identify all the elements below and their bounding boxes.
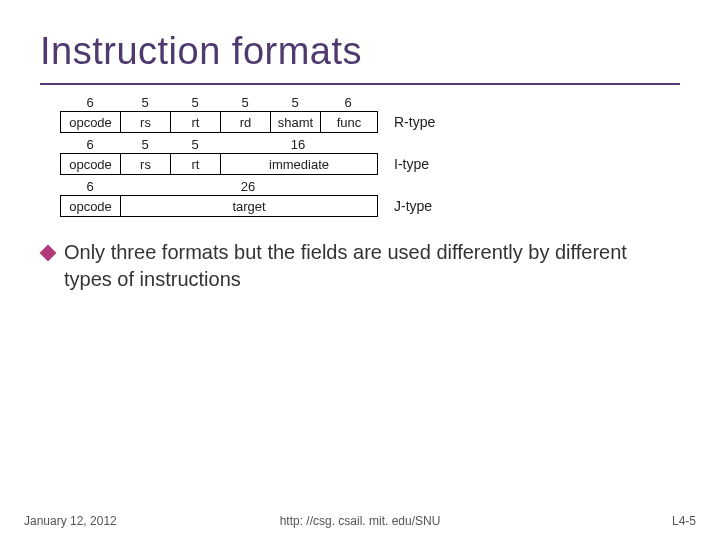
field-target: target xyxy=(121,196,377,216)
field-rt: rt xyxy=(171,112,221,132)
bit-width: 6 xyxy=(320,93,376,111)
slide: Instruction formats 6 5 5 5 5 6 opcode r… xyxy=(0,0,720,540)
field-rs: rs xyxy=(121,154,171,174)
bit-width: 5 xyxy=(120,93,170,111)
bullet-item: Only three formats but the fields are us… xyxy=(40,239,680,293)
i-type-label: I-type xyxy=(394,156,429,172)
field-rd: rd xyxy=(221,112,271,132)
bit-width: 5 xyxy=(270,93,320,111)
r-type-group: 6 5 5 5 5 6 opcode rs rt rd shamt func R… xyxy=(60,93,680,133)
bit-width: 26 xyxy=(120,177,376,195)
bit-width: 6 xyxy=(60,93,120,111)
field-rs: rs xyxy=(121,112,171,132)
j-type-row: opcode target J-type xyxy=(60,195,432,217)
field-opcode: opcode xyxy=(61,196,121,216)
r-type-widths: 6 5 5 5 5 6 xyxy=(60,93,680,111)
field-rt: rt xyxy=(171,154,221,174)
bullet-text: Only three formats but the fields are us… xyxy=(64,239,680,293)
bit-width: 6 xyxy=(60,135,120,153)
i-type-fields: opcode rs rt immediate xyxy=(60,153,378,175)
j-type-fields: opcode target xyxy=(60,195,378,217)
bit-width: 5 xyxy=(220,93,270,111)
bit-width: 5 xyxy=(120,135,170,153)
page-title: Instruction formats xyxy=(40,30,680,73)
j-type-label: J-type xyxy=(394,198,432,214)
r-type-label: R-type xyxy=(394,114,435,130)
field-func: func xyxy=(321,112,377,132)
field-shamt: shamt xyxy=(271,112,321,132)
field-immediate: immediate xyxy=(221,154,377,174)
footer-url: http: //csg. csail. mit. edu/SNU xyxy=(0,514,720,528)
field-opcode: opcode xyxy=(61,112,121,132)
bit-width: 5 xyxy=(170,93,220,111)
slide-footer: January 12, 2012 http: //csg. csail. mit… xyxy=(0,514,720,528)
i-type-widths: 6 5 5 16 xyxy=(60,135,680,153)
j-type-widths: 6 26 xyxy=(60,177,680,195)
r-type-fields: opcode rs rt rd shamt func xyxy=(60,111,378,133)
field-opcode: opcode xyxy=(61,154,121,174)
diamond-bullet-icon xyxy=(42,247,54,259)
instruction-formats: 6 5 5 5 5 6 opcode rs rt rd shamt func R… xyxy=(60,93,680,217)
r-type-row: opcode rs rt rd shamt func R-type xyxy=(60,111,435,133)
bit-width: 5 xyxy=(170,135,220,153)
title-divider xyxy=(40,83,680,85)
i-type-group: 6 5 5 16 opcode rs rt immediate I-type xyxy=(60,135,680,175)
j-type-group: 6 26 opcode target J-type xyxy=(60,177,680,217)
i-type-row: opcode rs rt immediate I-type xyxy=(60,153,429,175)
bit-width: 16 xyxy=(220,135,376,153)
bit-width: 6 xyxy=(60,177,120,195)
